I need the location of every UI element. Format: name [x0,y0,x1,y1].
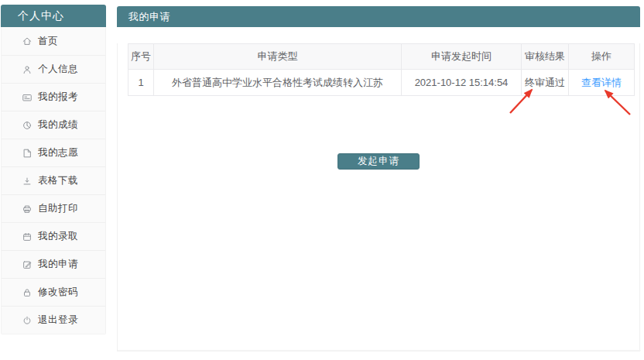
sidebar-item-change-password[interactable]: 修改密码 [2,278,105,306]
cell-application-type: 外省普通高中学业水平合格性考试成绩转入江苏 [154,70,402,96]
sidebar-item-label: 首页 [38,35,58,48]
column-header-result: 审核结果 [522,44,569,70]
column-header-type: 申请类型 [154,44,402,70]
sidebar-item-my-registration[interactable]: 我的报考 [2,83,105,111]
sidebar-menu: 首页 个人信息 我的报考 我的成绩 我的志愿 表格下载 自助打印 我的录取 [1,27,106,334]
sidebar-item-label: 我的申请 [38,258,78,271]
sidebar-item-label: 退出登录 [38,314,78,327]
printer-icon [22,204,33,214]
sidebar-item-logout[interactable]: 退出登录 [2,306,105,334]
table-header-row: 序号 申请类型 申请发起时间 审核结果 操作 [128,44,635,70]
sidebar-item-label: 我的报考 [38,91,78,104]
panel-title: 我的申请 [117,6,640,27]
download-icon [22,176,33,187]
main-panel: 我的申请 序号 申请类型 申请发起时间 审核结果 操作 1 外省普通高中学业水平… [117,6,640,351]
table-row: 1 外省普通高中学业水平合格性考试成绩转入江苏 2021-10-12 15:14… [128,70,635,96]
sidebar-item-my-applications[interactable]: 我的申请 [2,250,105,278]
sidebar-item-label: 表格下载 [38,174,78,187]
cell-application-time: 2021-10-12 15:14:54 [402,70,522,96]
sidebar-item-my-admission[interactable]: 我的录取 [2,222,105,250]
edit-icon [22,259,33,270]
sidebar-item-label: 我的成绩 [38,118,78,132]
column-header-time: 申请发起时间 [402,44,522,70]
user-icon [22,64,33,75]
sidebar-title: 个人中心 [1,5,106,27]
id-card-icon [22,92,33,103]
sidebar-item-my-scores[interactable]: 我的成绩 [2,111,105,139]
power-icon [22,315,33,326]
document-icon [22,148,33,159]
sidebar-item-form-download[interactable]: 表格下载 [2,166,105,194]
sidebar-item-label: 自助打印 [38,202,78,215]
panel-body: 序号 申请类型 申请发起时间 审核结果 操作 1 外省普通高中学业水平合格性考试… [117,43,640,351]
sidebar-item-home[interactable]: 首页 [2,27,105,55]
cell-review-result: 终审通过 [522,70,569,96]
column-header-action: 操作 [569,44,635,70]
cell-no: 1 [128,70,154,96]
view-details-link[interactable]: 查看详情 [581,77,622,88]
footer-divider [118,350,641,351]
sidebar-item-self-print[interactable]: 自助打印 [2,194,105,222]
sidebar: 个人中心 首页 个人信息 我的报考 我的成绩 我的志愿 表格下载 自助打印 [1,5,106,334]
column-header-no: 序号 [128,44,154,70]
home-icon [22,36,33,46]
sidebar-item-label: 我的录取 [38,230,78,243]
sidebar-item-personal-info[interactable]: 个人信息 [2,55,105,83]
lock-icon [22,287,33,298]
sidebar-item-label: 修改密码 [38,286,78,299]
sidebar-item-label: 个人信息 [38,63,78,76]
sidebar-item-my-preferences[interactable]: 我的志愿 [2,139,105,166]
calendar-icon [22,231,33,242]
pie-chart-icon [22,120,33,131]
sidebar-item-label: 我的志愿 [38,146,78,159]
applications-table: 序号 申请类型 申请发起时间 审核结果 操作 1 外省普通高中学业水平合格性考试… [128,43,635,96]
cell-action: 查看详情 [569,70,635,96]
initiate-application-button[interactable]: 发起申请 [337,153,420,170]
